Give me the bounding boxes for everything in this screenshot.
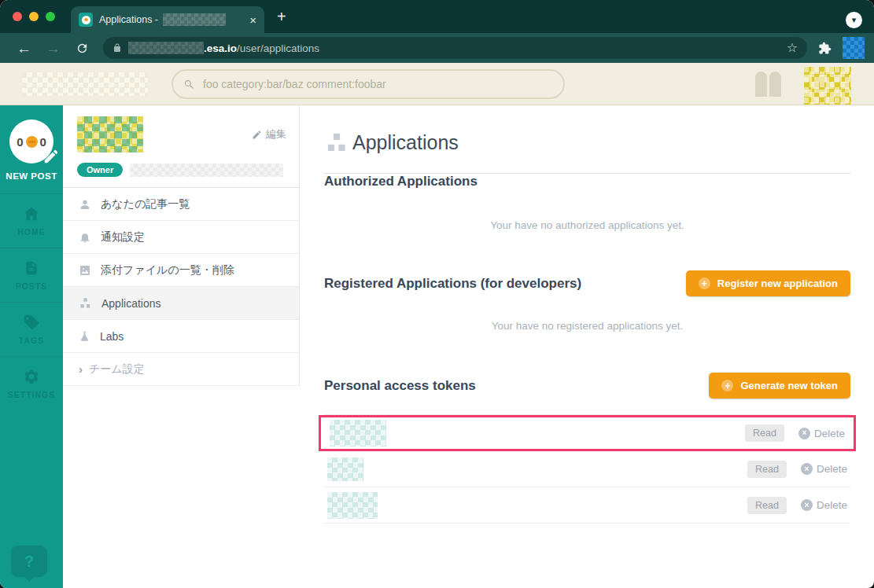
browser-window: Applications - × + ▾ ← → .esa.io /user/a… [0,0,874,588]
sidebar-item-tags[interactable]: TAGS [0,302,63,356]
delete-token-button[interactable]: × Delete [801,499,847,511]
browser-menu-button[interactable]: ▾ [846,12,862,28]
search-icon [183,79,195,90]
token-row: Read × Delete [324,487,850,524]
menu-item-notifications[interactable]: 通知設定 [63,221,299,254]
redacted-team-logo[interactable] [22,72,148,96]
profile-avatar [77,116,143,153]
profile-card: 編集 Owner [63,105,299,188]
bell-icon [79,231,91,244]
applications-page: Applications Authorized Applications You… [300,105,874,588]
beak-icon [26,136,38,148]
menu-item-labs[interactable]: Labs [63,320,299,353]
posts-icon [24,259,39,277]
personal-access-tokens-heading: Personal access tokens [324,378,476,394]
forward-icon[interactable]: → [46,41,61,56]
chevron-right-icon: › [79,362,83,376]
generate-new-token-button[interactable]: + Generate new token [709,373,850,399]
redacted-subdomain [128,42,204,54]
pencil-icon [252,130,262,140]
flask-icon [79,330,90,343]
authorized-applications-heading: Authorized Applications [324,174,850,189]
refresh-icon[interactable] [76,42,89,55]
user-avatar[interactable] [804,67,851,105]
x-circle-icon: × [798,428,810,439]
delete-token-button[interactable]: × Delete [798,428,845,439]
home-icon [22,205,41,222]
user-settings-menu: 編集 Owner あなたの記事一覧 通知設定 添付 [63,105,300,588]
edit-profile-link[interactable]: 編集 [252,127,286,141]
close-tab-icon[interactable]: × [249,14,256,26]
tab-title: Applications - [99,14,158,25]
new-post-label: NEW POST [0,171,63,181]
lock-icon [112,42,122,53]
back-icon[interactable]: ← [17,41,31,56]
redacted-token-name [327,458,363,481]
close-window-button[interactable] [13,12,22,21]
token-scope-badge: Read [745,424,784,442]
app-sidebar: 0 0 NEW POST HOME POSTS TAGS [0,105,63,588]
window-controls [13,12,55,21]
person-icon [79,198,91,211]
redacted-token-name [327,492,378,519]
x-circle-icon: × [801,499,813,511]
page-title: Applications [324,131,850,154]
token-list: Read × Delete Read × Delete [324,414,850,524]
bookmark-star-icon[interactable]: ☆ [787,42,798,54]
sidebar-item-posts[interactable]: POSTS [0,248,63,302]
esa-favicon [79,13,93,27]
minimize-window-button[interactable] [29,12,39,21]
new-tab-button[interactable]: + [277,6,286,27]
menu-item-team-settings[interactable]: › チーム設定 [63,353,299,386]
url-path: /user/applications [237,42,319,54]
redacted-tab-title [163,13,226,26]
browser-tab[interactable]: Applications - × [71,6,264,33]
search-input[interactable] [201,77,553,91]
library-icon[interactable] [755,72,781,97]
browser-profile-avatar[interactable] [843,37,865,59]
register-new-application-button[interactable]: + Register new application [686,270,850,296]
help-button[interactable]: ? [11,546,47,577]
gear-icon [23,368,40,385]
url-domain: .esa.io [204,42,237,54]
browser-toolbar: ← → .esa.io /user/applications ☆ [0,33,874,63]
sidebar-item-home[interactable]: HOME [0,193,63,248]
token-scope-badge: Read [747,497,787,514]
zoom-window-button[interactable] [46,12,55,21]
owner-badge: Owner [77,163,123,177]
cubes-icon [324,132,349,154]
plus-circle-icon: + [699,277,710,289]
authorized-empty-text: Your have no authorized applications yet… [324,219,850,231]
menu-item-attachments[interactable]: 添付ファイルの一覧・削除 [63,254,299,287]
redacted-token-name [330,420,386,447]
registered-empty-text: Your have no registered applications yet… [324,320,850,332]
tags-icon [23,314,40,331]
token-row: Read × Delete [324,451,850,487]
token-row-highlighted: Read × Delete [319,415,856,451]
extensions-icon[interactable] [818,42,832,55]
redacted-owner-name [130,164,283,177]
pencil-icon [42,148,60,165]
menu-item-applications[interactable]: Applications [63,287,299,320]
registered-applications-heading: Registered Applications (for developers) [324,276,581,292]
esa-bird-logo: 0 0 [9,119,53,164]
x-circle-icon: × [801,463,813,475]
sidebar-item-settings[interactable]: SETTINGS [0,356,63,410]
url-bar[interactable]: .esa.io /user/applications ☆ [103,37,807,59]
token-scope-badge: Read [747,461,787,478]
new-post-button[interactable]: 0 0 NEW POST [0,105,63,181]
menu-item-your-posts[interactable]: あなたの記事一覧 [63,188,299,221]
search-bar[interactable] [171,69,565,99]
image-icon [79,264,91,277]
cubes-icon [79,297,92,310]
delete-token-button[interactable]: × Delete [801,463,847,475]
plus-circle-icon: + [721,380,733,391]
browser-tab-bar: Applications - × + ▾ [0,0,874,33]
site-header [0,63,874,105]
